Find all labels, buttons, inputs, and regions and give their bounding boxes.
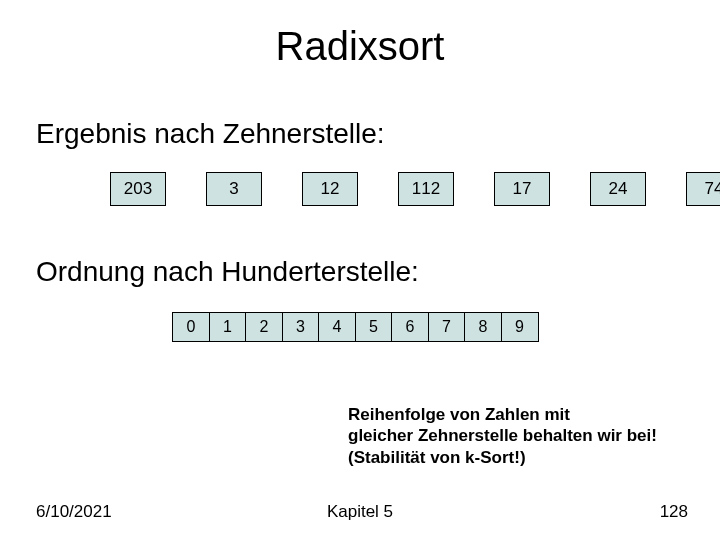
subtitle-tens: Ergebnis nach Zehnerstelle: — [36, 118, 385, 150]
subtitle-hundreds: Ordnung nach Hunderterstelle: — [36, 256, 419, 288]
tens-cell: 112 — [398, 172, 454, 206]
tens-cell: 17 — [494, 172, 550, 206]
tens-result-row: 203 3 12 112 17 24 74 — [110, 172, 720, 206]
bucket-cell: 8 — [464, 312, 502, 342]
bucket-cell: 4 — [318, 312, 356, 342]
bucket-cell: 9 — [501, 312, 539, 342]
bucket-cell: 6 — [391, 312, 429, 342]
bucket-cell: 2 — [245, 312, 283, 342]
bucket-cell: 0 — [172, 312, 210, 342]
footer-page-number: 128 — [660, 502, 688, 522]
slide: Radixsort Ergebnis nach Zehnerstelle: 20… — [0, 0, 720, 540]
tens-cell: 74 — [686, 172, 720, 206]
bucket-cell: 5 — [355, 312, 393, 342]
bucket-cell: 7 — [428, 312, 466, 342]
footer-chapter: Kapitel 5 — [0, 502, 720, 522]
stability-note: Reihenfolge von Zahlen mit gleicher Zehn… — [348, 404, 688, 468]
note-line: Reihenfolge von Zahlen mit — [348, 405, 570, 424]
tens-cell: 203 — [110, 172, 166, 206]
bucket-row: 0 1 2 3 4 5 6 7 8 9 — [172, 312, 539, 342]
slide-title: Radixsort — [0, 24, 720, 69]
tens-cell: 24 — [590, 172, 646, 206]
bucket-cell: 1 — [209, 312, 247, 342]
tens-cell: 12 — [302, 172, 358, 206]
note-line: gleicher Zehnerstelle behalten wir bei! — [348, 426, 657, 445]
bucket-cell: 3 — [282, 312, 320, 342]
tens-cell: 3 — [206, 172, 262, 206]
note-line: (Stabilität von k-Sort!) — [348, 448, 526, 467]
